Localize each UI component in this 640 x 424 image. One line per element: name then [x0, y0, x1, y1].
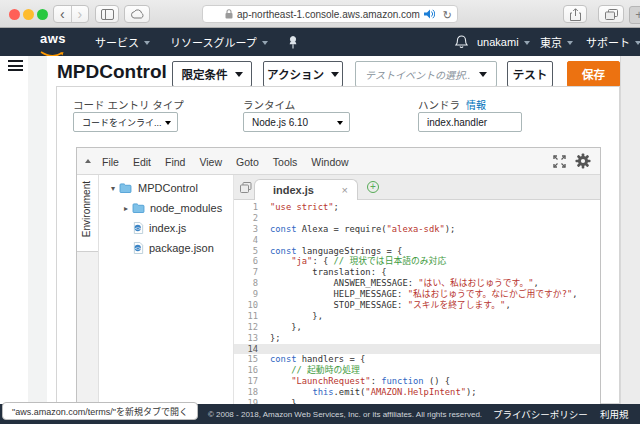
tabs-icon — [605, 9, 618, 20]
address-bar[interactable]: ap-northeast-1.console.aws.amazon.com ↻ — [202, 5, 458, 23]
code-line-3: 3const Alexa = require("alexa-sdk"); — [234, 224, 600, 235]
close-window-button[interactable] — [9, 9, 20, 20]
aws-nav-bar: aws サービス リソースグループ unakami — [0, 28, 640, 56]
tree-arrow-icon[interactable]: ▾ — [111, 184, 115, 193]
code-line-4: 4 — [234, 235, 600, 246]
qualifiers-button[interactable]: 限定条件 — [172, 61, 252, 87]
chevron-down-icon — [524, 41, 530, 45]
nav-support-menu[interactable]: サポート — [586, 28, 640, 56]
share-icon — [570, 8, 581, 21]
test-button[interactable]: テスト — [507, 61, 553, 87]
test-event-select[interactable]: テストイベントの選択.. — [355, 61, 497, 87]
new-tab-button[interactable]: + — [629, 6, 640, 24]
nav-region-menu[interactable]: 東京 — [540, 28, 573, 56]
menu-goto[interactable]: Goto — [229, 156, 266, 168]
nav-services[interactable]: サービス — [95, 28, 150, 56]
menu-tools[interactable]: Tools — [266, 156, 305, 168]
lock-icon — [225, 9, 233, 19]
handler-input[interactable]: index.handler — [418, 112, 522, 132]
menu-icon[interactable] — [8, 60, 23, 72]
code-entry-type-select[interactable]: コードをインライ... — [73, 112, 178, 132]
reload-button[interactable]: ↻ — [443, 7, 452, 23]
menu-edit[interactable]: Edit — [126, 156, 158, 168]
chevron-down-icon — [331, 72, 339, 77]
runtime-select[interactable]: Node.js 6.10 — [243, 112, 350, 132]
forward-button[interactable]: › — [71, 7, 88, 22]
audio-playing-icon[interactable] — [424, 9, 435, 19]
left-sidebar-strip — [28, 56, 47, 404]
share-button[interactable] — [563, 5, 587, 23]
scrollbar-track[interactable] — [620, 56, 640, 404]
code-area[interactable]: 1"use strict";23const Alexa = require("a… — [234, 200, 600, 404]
menu-find[interactable]: Find — [158, 156, 192, 168]
close-tab-icon[interactable]: × — [342, 184, 348, 196]
nav-pin[interactable] — [288, 28, 298, 56]
back-button[interactable]: ‹ — [54, 7, 71, 22]
nav-user-menu[interactable]: unakami — [477, 28, 530, 56]
code-line-5: 5const languageStrings = { — [234, 246, 600, 257]
aws-logo[interactable]: aws — [38, 33, 68, 53]
code-line-16: 16 // 起動時の処理 — [234, 365, 600, 376]
fullscreen-icon[interactable] — [553, 155, 566, 168]
status-tooltip: "aws.amazon.com/terms/"を新規タブで開く — [2, 402, 198, 420]
code-line-10: 10 STOP_MESSAGE: "スキルを終了します。", — [234, 300, 600, 311]
code-line-18: 18 this.emit("AMAZON.HelpIntent"); — [234, 387, 600, 398]
tree-item-MPDControl[interactable]: ▾ MPDControl — [99, 178, 233, 198]
zoom-window-button[interactable] — [37, 9, 48, 20]
chevron-down-icon — [337, 121, 343, 125]
browser-toolbar: ‹ › ap-northeast-1.console.aws.amazon.co… — [0, 0, 640, 28]
tree-item-index.js[interactable]: <> index.js — [99, 218, 233, 238]
chevron-down-icon — [144, 41, 150, 45]
handler-info-link[interactable]: 情報 — [466, 100, 486, 111]
chevron-down-icon — [479, 72, 487, 77]
chevron-down-icon — [262, 41, 268, 45]
gear-icon[interactable] — [575, 153, 591, 169]
tab-index-js[interactable]: index.js × — [254, 179, 358, 200]
new-tab-icon[interactable]: + — [367, 181, 379, 193]
file-tree: ▾ MPDControl▸ node_modules <> index.js <… — [99, 175, 233, 404]
folder-icon — [119, 183, 132, 193]
environment-tab[interactable]: Environment — [77, 175, 99, 404]
tab-overview-button[interactable] — [598, 5, 624, 23]
code-line-8: 8 ANSWER_MESSAGE: "はい、私はおじゅうです。", — [234, 278, 600, 289]
minimize-window-button[interactable] — [23, 9, 34, 20]
tree-arrow-icon[interactable]: ▸ — [124, 204, 128, 213]
menu-window[interactable]: Window — [304, 156, 355, 168]
screen: ‹ › ap-northeast-1.console.aws.amazon.co… — [0, 0, 640, 424]
menu-view[interactable]: View — [192, 156, 229, 168]
folder-icon — [132, 203, 145, 213]
chevron-down-icon — [235, 72, 243, 77]
cloud-icon — [130, 9, 145, 19]
actions-button[interactable]: アクション — [263, 61, 343, 87]
collapse-icon[interactable] — [85, 159, 91, 163]
sidebar-button[interactable] — [95, 5, 119, 23]
sidebar-icon — [101, 9, 114, 20]
code-line-17: 17 "LaunchRequest": function () { — [234, 376, 600, 387]
chevron-down-icon — [165, 121, 171, 125]
code-line-6: 6 "ja": { // 現状では日本語のみ対応 — [234, 256, 600, 267]
editor-tabbar: index.js × + — [234, 175, 600, 200]
terms-link[interactable]: 利用規 — [600, 404, 629, 424]
function-title: MPDControl — [57, 61, 167, 83]
svg-text:<>: <> — [135, 225, 141, 231]
code-line-2: 2 — [234, 213, 600, 224]
handler-label: ハンドラ情報 — [418, 97, 486, 112]
history-nav-buttons: ‹ › — [53, 5, 89, 23]
nav-resource-groups[interactable]: リソースグループ — [170, 28, 268, 56]
js-file-icon: <> — [133, 222, 144, 234]
tab-list-icon[interactable] — [240, 182, 252, 193]
code-line-14: 14 — [234, 344, 600, 355]
js-file-icon: <> — [133, 242, 144, 254]
svg-text:<>: <> — [135, 245, 141, 251]
code-editor: FileEditFindViewGotoToolsWindow — [76, 147, 601, 405]
nav-notifications[interactable] — [455, 28, 468, 56]
code-line-13: 13}; — [234, 333, 600, 344]
menu-file[interactable]: File — [95, 156, 126, 168]
save-button[interactable]: 保存 — [567, 61, 620, 87]
tree-item-node_modules[interactable]: ▸ node_modules — [99, 198, 233, 218]
chevron-down-icon — [567, 41, 573, 45]
privacy-link[interactable]: プライバシーポリシー — [493, 404, 588, 424]
page-content: MPDControl 限定条件 アクション テストイベントの選択.. テスト 保… — [0, 56, 640, 404]
icloud-tabs-button[interactable] — [124, 5, 150, 23]
tree-item-package.json[interactable]: <> package.json — [99, 238, 233, 258]
